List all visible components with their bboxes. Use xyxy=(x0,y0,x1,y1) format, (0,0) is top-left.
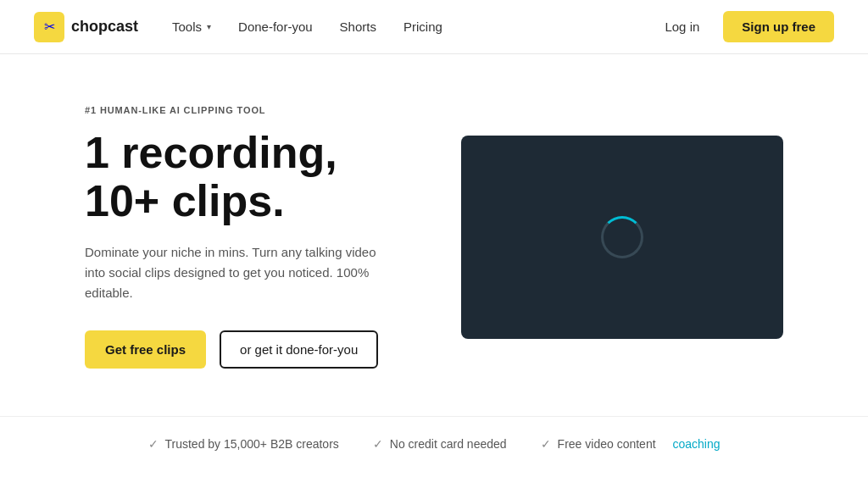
nav-pricing-link[interactable]: Pricing xyxy=(403,19,442,34)
trust-item-3: ✓ Free video content coaching xyxy=(541,437,721,451)
hero-video-placeholder xyxy=(461,136,783,339)
brand-name: chopcast xyxy=(71,18,138,36)
trust-coaching-link[interactable]: coaching xyxy=(672,437,720,451)
done-for-you-button[interactable]: or get it done-for-you xyxy=(220,330,378,369)
trust-text-1: Trusted by 15,000+ B2B creators xyxy=(165,437,339,451)
hero-section: #1 Human-like AI Clipping Tool 1 recordi… xyxy=(0,54,868,402)
hero-content: #1 Human-like AI Clipping Tool 1 recordi… xyxy=(85,105,410,369)
get-free-clips-button[interactable]: Get free clips xyxy=(85,330,206,369)
nav-tools-dropdown[interactable]: Tools ▾ xyxy=(172,19,211,34)
hero-title-line1: 1 recording, xyxy=(85,128,337,177)
trust-text-2: No credit card needed xyxy=(390,437,507,451)
loading-spinner-icon xyxy=(601,216,643,258)
navbar: ✂ chopcast Tools ▾ Done-for-you Shorts P… xyxy=(0,0,868,54)
trust-text-3-prefix: Free video content xyxy=(558,437,656,451)
navbar-right: Log in Sign up free xyxy=(654,11,834,42)
trust-item-1: ✓ Trusted by 15,000+ B2B creators xyxy=(148,437,339,451)
chevron-down-icon: ▾ xyxy=(207,22,211,31)
hero-badge: #1 Human-like AI Clipping Tool xyxy=(85,105,410,115)
trust-item-2: ✓ No credit card needed xyxy=(373,437,507,451)
logo[interactable]: ✂ chopcast xyxy=(34,12,138,42)
signup-button[interactable]: Sign up free xyxy=(723,11,834,42)
nav-shorts-link[interactable]: Shorts xyxy=(340,19,376,34)
nav-tools-link[interactable]: Tools xyxy=(172,19,202,34)
hero-buttons: Get free clips or get it done-for-you xyxy=(85,330,410,369)
hero-title: 1 recording, 10+ clips. xyxy=(85,129,410,225)
logo-icon: ✂ xyxy=(34,12,64,42)
hero-description: Dominate your niche in mins. Turn any ta… xyxy=(85,242,390,303)
navbar-left: ✂ chopcast Tools ▾ Done-for-you Shorts P… xyxy=(34,12,442,42)
nav-done-for-you-link[interactable]: Done-for-you xyxy=(238,19,313,34)
check-icon-2: ✓ xyxy=(373,437,383,451)
check-icon-1: ✓ xyxy=(148,437,159,451)
check-icon-3: ✓ xyxy=(541,437,551,451)
login-button[interactable]: Log in xyxy=(654,13,709,41)
nav-links: Tools ▾ Done-for-you Shorts Pricing xyxy=(172,19,442,35)
trust-bar: ✓ Trusted by 15,000+ B2B creators ✓ No c… xyxy=(0,416,868,471)
logo-icon-symbol: ✂ xyxy=(44,19,55,35)
hero-title-line2: 10+ clips. xyxy=(85,176,285,225)
